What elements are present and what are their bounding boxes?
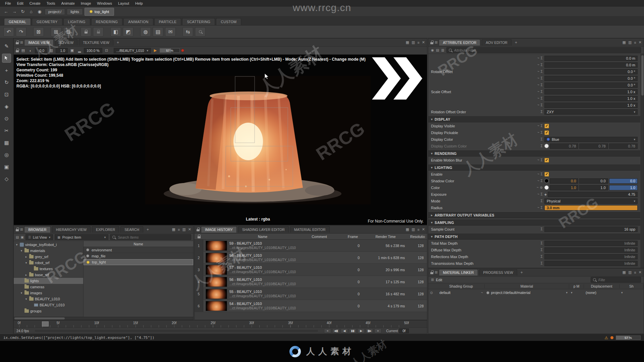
instantiate-button[interactable]: ⊟ [63, 27, 74, 37]
sphere-tool-button[interactable]: ⊙ [2, 114, 11, 123]
viewport-lock-icon[interactable] [16, 49, 19, 52]
pin-attr-icon[interactable]: ▥ [441, 48, 444, 52]
panel-menu-icon[interactable]: ≡ [417, 228, 419, 232]
channel-icon[interactable]: ◐ [28, 48, 34, 53]
list-item-environment[interactable]: environment [84, 247, 193, 253]
panel-menu-icon[interactable]: ≡ [634, 270, 636, 275]
section-sampling[interactable]: ▾SAMPLING [428, 220, 640, 226]
tab-rendering[interactable]: RENDERING [91, 18, 123, 25]
collapse-icon[interactable]: ▾ [15, 243, 18, 246]
collapse-icon[interactable]: ▾ [24, 297, 28, 301]
translate-tool-button[interactable]: + [2, 66, 11, 75]
panel-grid-icon[interactable]: ⊞ [435, 270, 437, 274]
fit-icon[interactable]: ⊡ [104, 48, 110, 53]
file-browser-button[interactable]: ▤ [153, 27, 163, 37]
filter-icon[interactable]: ▤ [16, 235, 19, 239]
pause-button[interactable]: ▮▮ [349, 328, 356, 333]
tree-item-beauty-folder[interactable]: ▾BEAUTY_L010 [14, 296, 83, 302]
attribute-filter-input[interactable] [453, 48, 639, 53]
menu-animate[interactable]: Animate [58, 0, 77, 6]
shape-tool-button[interactable]: ◇ [2, 174, 11, 183]
connect-button[interactable]: ⇆ [182, 27, 193, 37]
shadow-color-r-field[interactable]: 0.0 [550, 178, 578, 184]
rotation-offset-order-dropdown[interactable]: ZXY▾ [544, 109, 638, 115]
home-icon[interactable]: ⌂ [28, 8, 35, 15]
layout-grid-icon[interactable]: ▦ [623, 270, 626, 275]
shadow-color-swatch[interactable] [544, 179, 549, 183]
scale-offset-z-field[interactable]: 1.0 x [544, 103, 638, 108]
browser-search-box[interactable] [110, 234, 191, 240]
exposure-field[interactable]: 0.0 [35, 48, 47, 53]
tab-particle[interactable]: PARTICLE [154, 18, 181, 25]
menu-edit[interactable]: Edit [14, 0, 26, 6]
timeline-ruler[interactable]: 0f 5f 10f 15f 20f 25f 30f 35f 40f 45f 50… [14, 320, 427, 328]
tab-search[interactable]: SEARCH [120, 226, 143, 233]
tab-explorer[interactable]: EXPLORER [92, 226, 119, 233]
tab-texture-view[interactable]: TEXTURE VIEW [79, 39, 113, 46]
filter-mode-dropdown[interactable]: ▦ Project Item ▾ [55, 234, 108, 240]
bookmark-icon[interactable]: ▣ [20, 235, 23, 239]
keyframe-icon[interactable]: ◆ [544, 193, 547, 196]
zoom-field[interactable]: 100.0 % [84, 48, 102, 53]
redo-button[interactable]: ↷ [16, 27, 26, 37]
close-panel-icon[interactable]: ✕ [639, 270, 642, 275]
layout-split-icon[interactable]: ▥ [182, 227, 185, 232]
add-tab-button[interactable]: + [115, 40, 121, 45]
panel-menu-icon[interactable]: ≡ [417, 41, 419, 45]
tree-item-images[interactable]: ▾images [14, 290, 83, 296]
tree-item-base-srf[interactable]: ▸base_srf [14, 272, 83, 278]
collapse-icon[interactable]: ▾ [24, 261, 28, 264]
rotate-tool-button[interactable]: ↻ [2, 78, 11, 87]
layout-split-icon[interactable]: ▥ [628, 270, 632, 275]
layer-selector-dropdown[interactable]: .../BEAUTY_L010 ▾ [114, 48, 151, 53]
tab-material-linker[interactable]: MATERIAL LINKER [439, 269, 478, 276]
section-path-depth[interactable]: ▾PATH DEPTH [428, 234, 640, 240]
layout-grid-icon[interactable]: ▦ [172, 227, 175, 232]
column-displacement[interactable]: Displacement [584, 284, 620, 288]
scale-offset-x-field[interactable]: 1.0 x [544, 89, 638, 95]
custom-color-r-field[interactable]: 0.78 [550, 143, 578, 149]
panel-lock-icon[interactable] [16, 228, 19, 231]
search-button[interactable] [195, 27, 206, 37]
add-tab-button[interactable]: + [145, 227, 151, 232]
transmissions-max-depth-field[interactable]: Infinite [544, 261, 638, 266]
display-visible-checkbox[interactable]: ✓ [544, 124, 549, 128]
light-color-b-field[interactable]: 1.0 [609, 185, 638, 190]
create-box-button[interactable]: ◧ [110, 27, 121, 37]
collapse-icon[interactable]: ▸ [24, 255, 28, 258]
current-frame-field[interactable]: 0f [399, 328, 409, 333]
render-button[interactable]: ◍ [140, 27, 151, 37]
scrollbar-thumb[interactable] [14, 317, 65, 319]
radius-field[interactable]: 3.0 mm [544, 205, 638, 210]
tab-material-editor[interactable]: MATERIAL EDITOR [290, 226, 330, 233]
material-filter-input[interactable] [598, 278, 639, 282]
menu-create[interactable]: Create [26, 0, 44, 6]
histogram-icon[interactable]: ▂ [76, 48, 83, 53]
render-play-icon[interactable]: ▶ [152, 48, 158, 53]
comment-button[interactable]: ✉ [165, 27, 176, 37]
column-frame[interactable]: Frame [343, 235, 363, 239]
column-resolution[interactable]: Resolutio [408, 235, 427, 239]
layout-grid-icon[interactable]: ▦ [406, 40, 409, 45]
attribute-filter-box[interactable] [446, 47, 641, 53]
scale-tool-button[interactable]: ⊡ [2, 90, 11, 99]
tree-item-context[interactable]: ▾vintage_toyRobot_i [14, 242, 83, 248]
pen-tool-button[interactable]: ✎ [2, 42, 11, 51]
light-color-g-field[interactable]: 1.0 [579, 185, 608, 190]
tree-item-lights[interactable]: lights [14, 278, 83, 284]
panel-lock-icon[interactable] [16, 41, 19, 44]
exposure-field[interactable]: 4.75 [548, 192, 638, 197]
breadcrumb-root[interactable]: project:/ [45, 8, 65, 15]
menu-windows[interactable]: Windows [94, 0, 115, 6]
menu-file[interactable]: File [2, 0, 14, 6]
panel-grid-icon[interactable]: ⊞ [20, 41, 23, 44]
duplicate-button[interactable]: ⊞ [51, 27, 61, 37]
breadcrumb-folder[interactable]: lights [67, 8, 83, 15]
column-comment[interactable]: Comment [296, 235, 343, 239]
breadcrumb-current-item[interactable]: top_light [85, 8, 114, 16]
delete-button[interactable]: ⊠ [33, 27, 44, 37]
tree-item-grey-srf[interactable]: ▸grey_srf [14, 254, 83, 260]
menu-image[interactable]: Image [78, 0, 94, 6]
collapse-icon[interactable]: ▾ [20, 249, 23, 252]
comment-icon[interactable]: ◉ [431, 48, 434, 52]
